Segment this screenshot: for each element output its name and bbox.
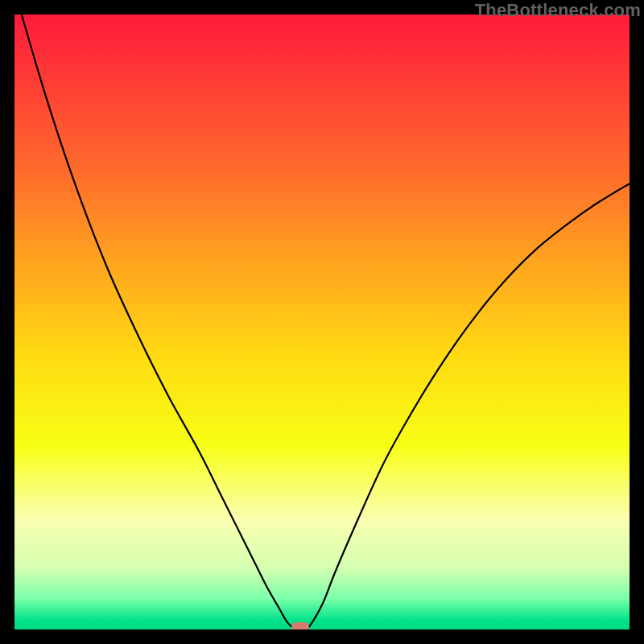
bottleneck-curve — [14, 14, 630, 630]
optimal-marker — [291, 622, 309, 630]
plot-area — [14, 14, 630, 630]
watermark-text: TheBottleneck.com — [475, 0, 641, 21]
chart-frame: TheBottleneck.com — [0, 0, 644, 644]
